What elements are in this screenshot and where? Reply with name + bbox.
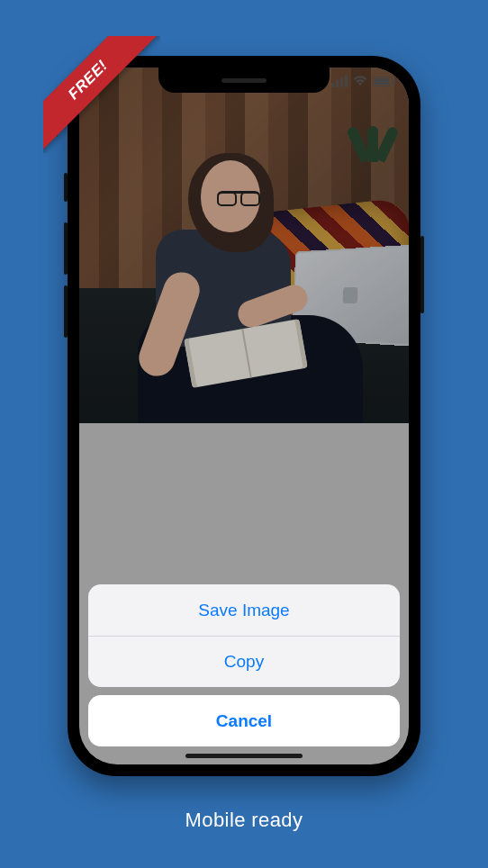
action-sheet-options: Save Image Copy bbox=[88, 584, 400, 687]
status-bar bbox=[331, 75, 393, 87]
cellular-signal-icon bbox=[331, 75, 348, 87]
volume-down-button bbox=[64, 285, 68, 338]
action-sheet: Save Image Copy Cancel bbox=[88, 584, 400, 746]
phone-mockup: Save Image Copy Cancel bbox=[68, 56, 420, 776]
phone-screen: Save Image Copy Cancel bbox=[79, 68, 409, 764]
tagline-text: Mobile ready bbox=[0, 809, 488, 832]
content-image[interactable] bbox=[79, 68, 409, 423]
home-indicator[interactable] bbox=[185, 754, 303, 758]
volume-up-button bbox=[64, 222, 68, 275]
side-button bbox=[420, 236, 424, 313]
battery-icon bbox=[373, 77, 393, 86]
cancel-button[interactable]: Cancel bbox=[88, 695, 400, 746]
wifi-icon bbox=[353, 76, 367, 86]
copy-button[interactable]: Copy bbox=[88, 636, 400, 687]
mute-switch bbox=[64, 173, 68, 202]
save-image-button[interactable]: Save Image bbox=[88, 584, 400, 636]
device-notch bbox=[158, 68, 330, 93]
